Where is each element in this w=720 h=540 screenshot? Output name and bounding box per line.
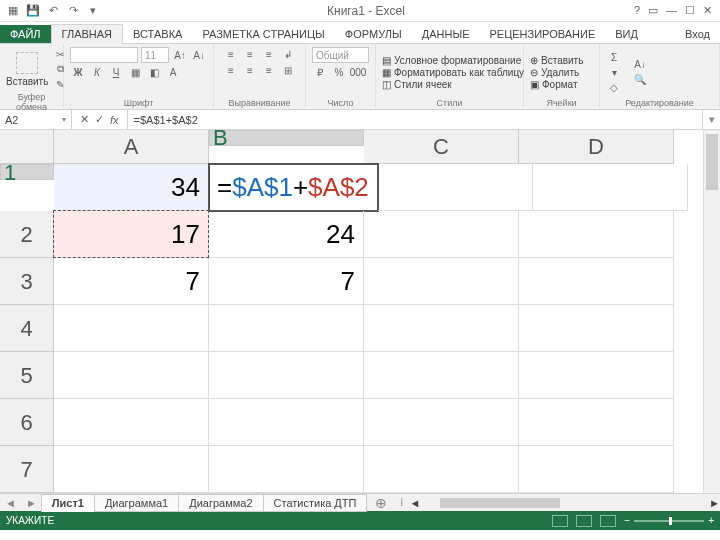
cell-b6[interactable] (209, 399, 364, 446)
delete-cells-button[interactable]: ⊖Удалить (530, 67, 583, 78)
minimize-icon[interactable]: — (666, 4, 677, 17)
col-header-a[interactable]: A (54, 130, 209, 164)
signin-link[interactable]: Вход (675, 25, 720, 43)
formula-expand-icon[interactable]: ▾ (702, 110, 720, 129)
cell-b4[interactable] (209, 305, 364, 352)
tab-home[interactable]: ГЛАВНАЯ (51, 24, 123, 44)
view-pagelayout-icon[interactable] (576, 515, 592, 527)
row-header-3[interactable]: 3 (0, 258, 54, 305)
row-header-7[interactable]: 7 (0, 446, 54, 493)
percent-icon[interactable]: % (331, 65, 347, 79)
sheet-nav-next-icon[interactable]: ► (21, 497, 42, 509)
italic-icon[interactable]: К (89, 65, 105, 79)
fx-button[interactable]: fx (110, 114, 119, 126)
cell-a5[interactable] (54, 352, 209, 399)
enter-formula-icon[interactable]: ✓ (95, 113, 104, 126)
align-top-icon[interactable]: ≡ (223, 47, 239, 61)
qat-dropdown-icon[interactable]: ▾ (86, 4, 100, 18)
tab-data[interactable]: ДАННЫЕ (412, 25, 480, 43)
font-name-select[interactable] (70, 47, 138, 63)
currency-icon[interactable]: ₽ (312, 65, 328, 79)
row-header-2[interactable]: 2 (0, 211, 54, 258)
name-box[interactable]: A2 ▾ (0, 110, 72, 129)
sheet-nav-prev-icon[interactable]: ◄ (0, 497, 21, 509)
col-header-b[interactable]: B (209, 130, 364, 146)
cell-b1[interactable]: =$A$1+$A$2 (209, 164, 378, 211)
cell-d2[interactable] (519, 211, 674, 258)
number-format-select[interactable]: Общий (312, 47, 369, 63)
cell-d6[interactable] (519, 399, 674, 446)
cell-a3[interactable]: 7 (54, 258, 209, 305)
vscroll-thumb[interactable] (706, 134, 718, 190)
cell-c4[interactable] (364, 305, 519, 352)
tab-review[interactable]: РЕЦЕНЗИРОВАНИЕ (479, 25, 605, 43)
redo-icon[interactable]: ↷ (66, 4, 80, 18)
sheet-tab-1[interactable]: Лист1 (41, 494, 95, 512)
fill-color-icon[interactable]: ◧ (146, 65, 162, 79)
row-header-5[interactable]: 5 (0, 352, 54, 399)
find-icon[interactable]: 🔍 (632, 73, 648, 87)
col-header-c[interactable]: C (364, 130, 519, 164)
cell-a4[interactable] (54, 305, 209, 352)
help-icon[interactable]: ? (634, 4, 640, 17)
cell-c2[interactable] (364, 211, 519, 258)
cell-c7[interactable] (364, 446, 519, 493)
horizontal-scrollbar[interactable]: ◄ ► (409, 494, 720, 511)
zoom-out-icon[interactable]: − (624, 515, 630, 526)
name-box-dropdown-icon[interactable]: ▾ (62, 115, 66, 124)
cell-c5[interactable] (364, 352, 519, 399)
cell-a7[interactable] (54, 446, 209, 493)
cell-a2[interactable]: 17 (54, 211, 209, 258)
conditional-format-button[interactable]: ▤Условное форматирование (382, 55, 524, 66)
align-left-icon[interactable]: ≡ (223, 63, 239, 77)
zoom-in-icon[interactable]: + (708, 515, 714, 526)
zoom-slider[interactable]: − + (624, 515, 714, 526)
paste-button[interactable]: Вставить (6, 52, 48, 87)
wrap-icon[interactable]: ↲ (280, 47, 296, 61)
cell-b3[interactable]: 7 (209, 258, 364, 305)
cell-d4[interactable] (519, 305, 674, 352)
hscroll-thumb[interactable] (440, 498, 560, 508)
border-icon[interactable]: ▦ (127, 65, 143, 79)
hscroll-right-icon[interactable]: ► (709, 497, 720, 509)
cell-d5[interactable] (519, 352, 674, 399)
underline-icon[interactable]: Ч (108, 65, 124, 79)
hscroll-left-icon[interactable]: ◄ (409, 497, 420, 509)
tab-insert[interactable]: ВСТАВКА (123, 25, 192, 43)
merge-icon[interactable]: ⊞ (280, 63, 296, 77)
ribbon-options-icon[interactable]: ▭ (648, 4, 658, 17)
tab-pagelayout[interactable]: РАЗМЕТКА СТРАНИЦЫ (192, 25, 334, 43)
view-normal-icon[interactable] (552, 515, 568, 527)
comma-icon[interactable]: 000 (350, 65, 366, 79)
align-right-icon[interactable]: ≡ (261, 63, 277, 77)
row-header-1[interactable]: 1 (0, 164, 54, 180)
col-header-d[interactable]: D (519, 130, 674, 164)
align-center-icon[interactable]: ≡ (242, 63, 258, 77)
increase-font-icon[interactable]: A↑ (172, 48, 188, 62)
tab-formulas[interactable]: ФОРМУЛЫ (335, 25, 412, 43)
close-icon[interactable]: ✕ (703, 4, 712, 17)
tab-view[interactable]: ВИД (605, 25, 648, 43)
cell-b7[interactable] (209, 446, 364, 493)
cell-styles-button[interactable]: ◫Стили ячеек (382, 79, 524, 90)
sheet-tab-4[interactable]: Статистика ДТП (263, 494, 368, 512)
cell-b5[interactable] (209, 352, 364, 399)
row-header-4[interactable]: 4 (0, 305, 54, 352)
sheet-tab-3[interactable]: Диаграмма2 (178, 494, 263, 512)
autosum-icon[interactable]: Σ (606, 50, 622, 64)
cell-c6[interactable] (364, 399, 519, 446)
add-sheet-icon[interactable]: ⊕ (367, 495, 395, 511)
bold-icon[interactable]: Ж (70, 65, 86, 79)
decrease-font-icon[interactable]: A↓ (191, 48, 207, 62)
row-header-6[interactable]: 6 (0, 399, 54, 446)
view-pagebreak-icon[interactable] (600, 515, 616, 527)
cell-c1[interactable] (378, 164, 533, 211)
font-size-select[interactable]: 11 (141, 47, 169, 63)
sheet-tab-2[interactable]: Диаграмма1 (94, 494, 179, 512)
tab-split-handle[interactable]: ⁞ (395, 496, 409, 509)
fill-icon[interactable]: ▾ (606, 65, 622, 79)
cancel-formula-icon[interactable]: ✕ (80, 113, 89, 126)
save-icon[interactable]: 💾 (26, 4, 40, 18)
insert-cells-button[interactable]: ⊕Вставить (530, 55, 583, 66)
clear-icon[interactable]: ◇ (606, 80, 622, 94)
